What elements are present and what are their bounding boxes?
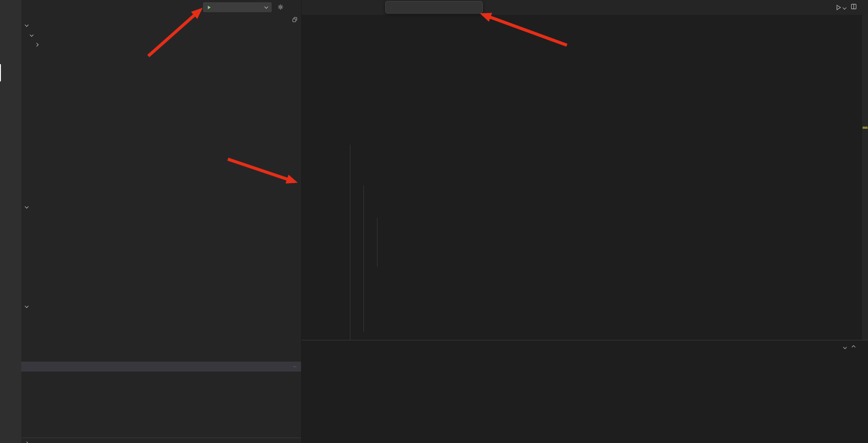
chevron-down-icon bbox=[843, 5, 846, 9]
indent-guide bbox=[377, 218, 377, 267]
breadcrumb bbox=[302, 15, 811, 25]
divider bbox=[21, 438, 301, 438]
active-view-indicator bbox=[0, 64, 1, 81]
chevron-down-icon bbox=[25, 205, 28, 208]
indent-guide bbox=[363, 185, 364, 332]
chevron-down-icon bbox=[25, 23, 28, 27]
activity-bar bbox=[0, 0, 21, 443]
launch-config-dropdown[interactable] bbox=[203, 2, 272, 12]
scope-local[interactable] bbox=[21, 30, 301, 40]
gear-icon[interactable] bbox=[277, 4, 284, 12]
indent-guide bbox=[350, 145, 350, 340]
section-call-stack[interactable] bbox=[21, 301, 301, 311]
chevron-down-icon bbox=[25, 304, 28, 308]
chevron-right-icon bbox=[35, 43, 38, 47]
current-line-marker bbox=[863, 127, 868, 129]
run-file-icon[interactable] bbox=[835, 4, 846, 11]
bottom-panel bbox=[302, 340, 868, 443]
panel-actions bbox=[838, 340, 868, 354]
variable-args[interactable] bbox=[21, 40, 301, 50]
stack-frame-row[interactable] bbox=[21, 362, 301, 372]
editor-actions bbox=[835, 0, 868, 15]
debug-toolbar bbox=[385, 1, 483, 14]
chevron-down-icon bbox=[264, 5, 268, 9]
section-variables[interactable] bbox=[21, 20, 301, 30]
section-breakpoints[interactable] bbox=[21, 438, 301, 443]
run-play-icon bbox=[207, 5, 212, 10]
chevron-down-icon bbox=[30, 33, 33, 37]
maximize-panel-icon[interactable] bbox=[852, 345, 855, 349]
run-and-debug-sidebar bbox=[21, 0, 302, 443]
watch-expression-row[interactable] bbox=[21, 212, 301, 222]
chevron-down-icon[interactable] bbox=[843, 345, 847, 349]
section-watch[interactable] bbox=[21, 202, 301, 212]
split-editor-icon[interactable] bbox=[850, 3, 857, 12]
stack-frame-location bbox=[293, 366, 297, 367]
code-editor[interactable] bbox=[302, 25, 811, 340]
